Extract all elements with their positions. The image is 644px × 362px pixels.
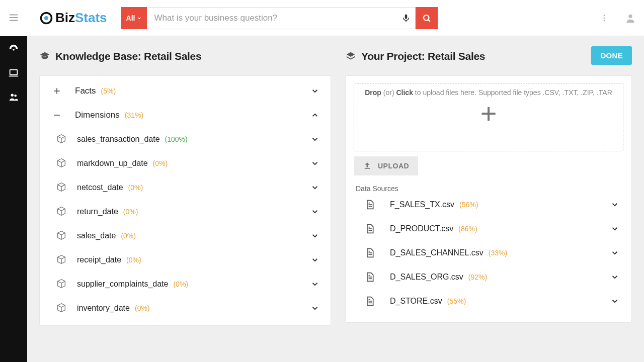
hamburger-menu-icon[interactable] bbox=[8, 12, 20, 24]
kb-card: Facts (5%) Dimensions (31%) sales_transa… bbox=[39, 75, 331, 326]
dz-drop: Drop bbox=[365, 88, 381, 97]
main-content: Knowledge Base: Retail Sales Facts (5%) … bbox=[27, 36, 644, 362]
dimension-label: netcost_date bbox=[77, 183, 123, 192]
cube-icon bbox=[56, 230, 68, 242]
cube-icon bbox=[56, 278, 68, 290]
svg-point-12 bbox=[13, 49, 15, 51]
logo-stats: Stats bbox=[75, 10, 107, 26]
chevron-down-icon bbox=[310, 304, 319, 313]
svg-point-8 bbox=[604, 15, 605, 16]
data-source-item[interactable]: D_STORE.csv(55%) bbox=[354, 289, 623, 313]
dimension-item[interactable]: supplier_complaints_date(0%) bbox=[40, 272, 331, 296]
kb-title-text: Knowledge Base: Retail Sales bbox=[55, 50, 201, 62]
svg-point-4 bbox=[44, 16, 48, 20]
rail-dashboard-icon[interactable] bbox=[8, 43, 19, 54]
data-source-pct: (33%) bbox=[489, 249, 507, 257]
dimension-item[interactable]: sales_date(0%) bbox=[40, 224, 331, 248]
project-title: Your Project: Retail Sales bbox=[345, 50, 632, 62]
dimension-item[interactable]: netcost_date(0%) bbox=[40, 175, 331, 200]
dimension-item[interactable]: receipt_date(0%) bbox=[40, 248, 331, 272]
microphone-icon[interactable] bbox=[401, 14, 411, 23]
dimension-label: return_date bbox=[77, 207, 118, 216]
cube-icon bbox=[56, 133, 68, 145]
dimension-item[interactable]: return_date(0%) bbox=[40, 200, 331, 224]
data-source-pct: (55%) bbox=[447, 297, 466, 305]
cube-icon bbox=[56, 182, 68, 194]
more-vertical-icon[interactable] bbox=[600, 14, 609, 23]
data-source-item[interactable]: D_SALES_CHANNEL.csv(33%) bbox=[354, 241, 623, 265]
svg-point-16 bbox=[14, 95, 17, 97]
project-panel: Your Project: Retail Sales DONE Drop (or… bbox=[345, 50, 632, 352]
facts-row[interactable]: Facts (5%) bbox=[40, 79, 331, 103]
chevron-down-icon bbox=[310, 135, 319, 144]
file-icon bbox=[365, 248, 375, 258]
dimension-pct: (0%) bbox=[123, 208, 138, 216]
facts-label: Facts bbox=[75, 86, 96, 96]
search-category-label: All bbox=[126, 14, 135, 22]
chevron-down-icon bbox=[310, 255, 319, 264]
search-category-dropdown[interactable]: All bbox=[121, 7, 147, 29]
chevron-down-icon bbox=[610, 273, 619, 282]
chevron-down-icon bbox=[310, 207, 319, 216]
upload-button[interactable]: UPLOAD bbox=[354, 156, 418, 175]
dimension-pct: (0%) bbox=[153, 159, 168, 167]
chevron-down-icon bbox=[137, 16, 142, 21]
header-right bbox=[600, 13, 636, 24]
cube-icon bbox=[56, 302, 68, 314]
chevron-down-icon bbox=[610, 297, 619, 306]
dimension-label: markdown_up_date bbox=[77, 159, 148, 168]
svg-rect-20 bbox=[365, 168, 370, 169]
svg-line-7 bbox=[428, 20, 430, 22]
cube-icon bbox=[56, 254, 68, 266]
search-bar: All bbox=[121, 7, 438, 29]
data-sources-title: Data Sources bbox=[354, 185, 623, 193]
rail-laptop-icon[interactable] bbox=[8, 67, 19, 78]
dropzone-plus-icon: + bbox=[480, 100, 497, 128]
dz-click: Click bbox=[396, 88, 413, 97]
search-button[interactable] bbox=[416, 7, 438, 29]
dimensions-label: Dimensions bbox=[75, 110, 120, 120]
dimension-item[interactable]: markdown_up_date(0%) bbox=[40, 151, 331, 175]
logo-icon bbox=[39, 11, 53, 25]
data-source-item[interactable]: D_SALES_ORG.csv(92%) bbox=[354, 265, 623, 289]
dimension-label: supplier_complaints_date bbox=[77, 280, 168, 289]
data-source-pct: (92%) bbox=[468, 273, 487, 281]
cap-icon bbox=[39, 51, 50, 62]
search-input[interactable] bbox=[147, 7, 416, 29]
file-icon bbox=[365, 224, 375, 234]
data-source-label: D_SALES_CHANNEL.csv bbox=[390, 248, 484, 257]
logo[interactable]: BizStats bbox=[39, 10, 107, 26]
chevron-down-icon bbox=[310, 183, 319, 192]
done-button[interactable]: DONE bbox=[591, 46, 632, 65]
chevron-down-icon bbox=[310, 280, 319, 289]
dimension-pct: (100%) bbox=[165, 135, 188, 143]
header: BizStats All bbox=[0, 0, 644, 36]
data-source-item[interactable]: F_SALES_TX.csv(56%) bbox=[354, 193, 623, 217]
search-icon bbox=[422, 14, 431, 23]
rail-users-icon[interactable] bbox=[8, 92, 19, 103]
data-source-item[interactable]: D_PRODUCT.csv(86%) bbox=[354, 217, 623, 241]
dimension-label: inventory_date bbox=[77, 304, 130, 313]
file-icon bbox=[365, 200, 375, 210]
dimensions-row[interactable]: Dimensions (31%) bbox=[40, 103, 331, 127]
dimensions-pct: (31%) bbox=[125, 111, 143, 119]
layers-icon bbox=[345, 51, 356, 62]
project-card: Drop (or) Click to upload files here. Su… bbox=[345, 75, 632, 323]
facts-pct: (5%) bbox=[101, 87, 116, 95]
dimension-item[interactable]: inventory_date(0%) bbox=[40, 296, 331, 320]
data-source-label: F_SALES_TX.csv bbox=[390, 200, 454, 209]
chevron-down-icon bbox=[610, 224, 619, 233]
dimension-pct: (0%) bbox=[173, 280, 188, 288]
chevron-up-icon bbox=[310, 111, 319, 120]
svg-point-11 bbox=[628, 14, 632, 18]
dz-rest: to upload files here. Supported file typ… bbox=[415, 88, 612, 97]
data-source-label: D_STORE.csv bbox=[390, 297, 442, 306]
dimension-item[interactable]: sales_transaction_date(100%) bbox=[40, 127, 331, 151]
left-rail bbox=[0, 36, 27, 362]
user-icon[interactable] bbox=[625, 13, 636, 24]
dimension-label: receipt_date bbox=[77, 255, 121, 264]
cube-icon bbox=[56, 206, 68, 218]
dimension-pct: (0%) bbox=[128, 184, 143, 192]
svg-point-6 bbox=[424, 15, 429, 21]
dropzone[interactable]: Drop (or) Click to upload files here. Su… bbox=[354, 83, 623, 151]
